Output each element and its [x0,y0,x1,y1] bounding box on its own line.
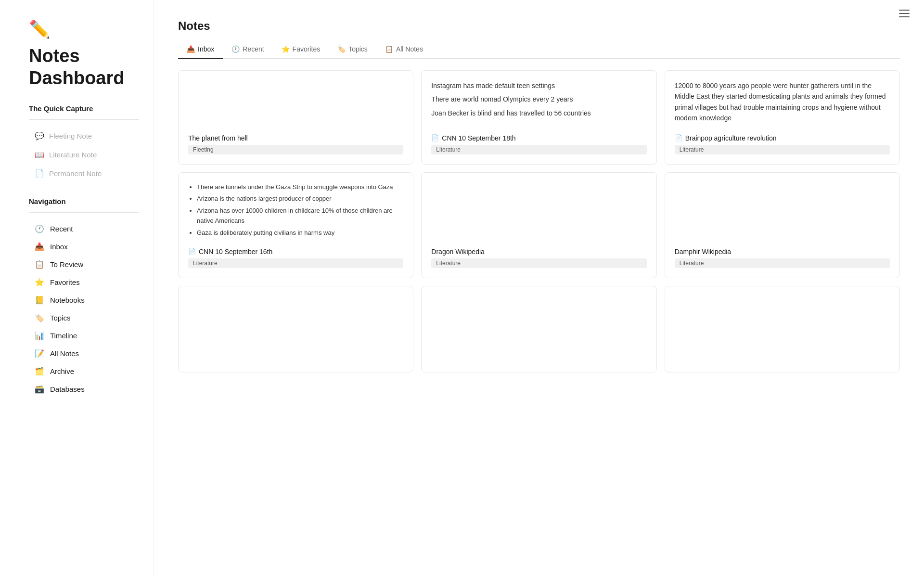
note-card-card-2[interactable]: Instagram has made default teen settings… [421,70,656,165]
nav-item-inbox[interactable]: 📥Inbox [29,238,139,255]
literature-note-icon: 📖 [35,150,44,159]
dashboard-title: Notes Dashboard [29,45,139,89]
card-3-footer: 📄Brainpop agriculture revolution Literat… [675,134,890,154]
card-2-title: 📄CNN 10 September 18th [431,134,646,142]
tab-recent[interactable]: 🕐Recent [223,40,272,59]
quick-capture-permanent-note[interactable]: 📄Permanent Note [29,165,139,182]
topics-nav-label: Topics [50,314,71,322]
note-card-card-8[interactable] [421,286,656,372]
note-card-card-5[interactable]: Dragon Wikipedia Literature [421,172,656,278]
timeline-nav-label: Timeline [50,332,77,340]
notebooks-nav-icon: 📒 [35,295,44,305]
archive-nav-icon: 🗂️ [35,367,44,376]
nav-item-recent[interactable]: 🕐Recent [29,220,139,237]
hamburger-line-1 [899,10,910,11]
nav-item-to-review[interactable]: 📋To Review [29,256,139,273]
hamburger-menu[interactable] [899,10,910,17]
tab-favorites[interactable]: ⭐Favorites [273,40,329,59]
nav-list: 🕐Recent📥Inbox📋To Review⭐Favorites📒Notebo… [29,220,139,397]
permanent-note-label: Permanent Note [49,169,102,178]
tab-inbox[interactable]: 📥Inbox [178,40,223,59]
archive-nav-label: Archive [50,367,74,375]
note-card-card-9[interactable] [665,286,900,372]
favorites-tab-icon: ⭐ [282,45,290,53]
databases-nav-label: Databases [50,385,85,393]
card-2-tag: Literature [431,145,646,154]
to-review-nav-icon: 📋 [35,260,44,269]
note-card-card-6[interactable]: Damphir Wikipedia Literature [665,172,900,278]
to-review-nav-label: To Review [50,260,83,269]
favorites-tab-label: Favorites [293,45,321,53]
card-1-footer: The planet from hell Fleeting [188,134,403,154]
recent-nav-icon: 🕐 [35,224,44,233]
nav-item-notebooks[interactable]: 📒Notebooks [29,292,139,308]
quick-capture-list: 💬Fleeting Note📖Literature Note📄Permanent… [29,128,139,182]
card-3-body: 12000 to 8000 years ago people were hunt… [675,80,890,127]
tab-all-notes[interactable]: 📋All Notes [376,40,432,59]
topics-nav-icon: 🏷️ [35,313,44,322]
sidebar: ✏️ Notes Dashboard The Quick Capture 💬Fl… [0,0,154,577]
permanent-note-icon: 📄 [35,169,44,178]
all-notes-tab-label: All Notes [396,45,423,53]
card-7-body [188,296,403,355]
note-body-list: There are tunnels under the Gaza Strip t… [188,182,403,238]
quick-capture-divider [29,119,139,120]
card-4-title: 📄CNN 10 September 16th [188,248,403,256]
quick-capture-fleeting-note[interactable]: 💬Fleeting Note [29,128,139,144]
favorites-nav-icon: ⭐ [35,278,44,287]
timeline-nav-icon: 📊 [35,331,44,340]
card-2-title-icon: 📄 [431,134,439,141]
nav-item-databases[interactable]: 🗃️Databases [29,381,139,397]
note-body-line: 12000 to 8000 years ago people were hunt… [675,80,890,124]
all-notes-nav-label: All Notes [50,349,79,358]
card-4-title-icon: 📄 [188,248,196,255]
nav-item-topics[interactable]: 🏷️Topics [29,309,139,326]
literature-note-label: Literature Note [49,151,97,159]
inbox-tab-label: Inbox [198,45,214,53]
navigation-label: Navigation [29,197,139,205]
card-4-footer: 📄CNN 10 September 16th Literature [188,248,403,268]
hamburger-line-3 [899,16,910,17]
card-1-tag: Fleeting [188,145,403,154]
recent-tab-label: Recent [243,45,264,53]
card-2-footer: 📄CNN 10 September 18th Literature [431,134,646,154]
nav-item-archive[interactable]: 🗂️Archive [29,363,139,380]
topics-tab-icon: 🏷️ [337,45,346,53]
card-5-body [431,182,646,240]
note-card-card-3[interactable]: 12000 to 8000 years ago people were hunt… [665,70,900,165]
tab-topics[interactable]: 🏷️Topics [329,40,376,59]
card-1-body [188,80,403,127]
note-card-card-4[interactable]: There are tunnels under the Gaza Strip t… [178,172,413,278]
card-3-tag: Literature [675,145,890,154]
card-3-title: 📄Brainpop agriculture revolution [675,134,890,142]
card-1-title: The planet from hell [188,134,403,142]
topics-tab-label: Topics [348,45,368,53]
quick-capture-label: The Quick Capture [29,104,139,113]
nav-item-all-notes[interactable]: 📝All Notes [29,345,139,362]
note-list-item: Arizona is the nations largest producer … [197,194,403,204]
nav-item-timeline[interactable]: 📊Timeline [29,327,139,344]
note-card-card-1[interactable]: The planet from hell Fleeting [178,70,413,165]
notes-tabs: 📥Inbox🕐Recent⭐Favorites🏷️Topics📋All Note… [178,40,900,59]
navigation-section: Navigation 🕐Recent📥Inbox📋To Review⭐Favor… [29,197,139,397]
fleeting-note-label: Fleeting Note [49,132,92,140]
quick-capture-literature-note[interactable]: 📖Literature Note [29,146,139,163]
inbox-nav-label: Inbox [50,243,68,251]
favorites-nav-label: Favorites [50,278,80,286]
card-6-tag: Literature [675,258,890,268]
note-body-line: Joan Becker is blind and has travelled t… [431,108,646,118]
note-list-item: Arizona has over 10000 children in child… [197,206,403,226]
note-body-line: There are world nomad Olympics every 2 y… [431,94,646,104]
note-card-card-7[interactable] [178,286,413,372]
card-5-footer: Dragon Wikipedia Literature [431,248,646,268]
card-6-title: Damphir Wikipedia [675,248,890,256]
hamburger-line-2 [899,13,910,14]
notes-title: Notes [178,19,900,33]
all-notes-tab-icon: 📋 [385,45,393,53]
card-2-body: Instagram has made default teen settings… [431,80,646,127]
card-3-title-icon: 📄 [675,134,682,141]
recent-nav-label: Recent [50,225,73,233]
nav-item-favorites[interactable]: ⭐Favorites [29,274,139,291]
card-9-body [675,296,890,355]
notes-grid: The planet from hell Fleeting Instagram … [178,70,900,372]
